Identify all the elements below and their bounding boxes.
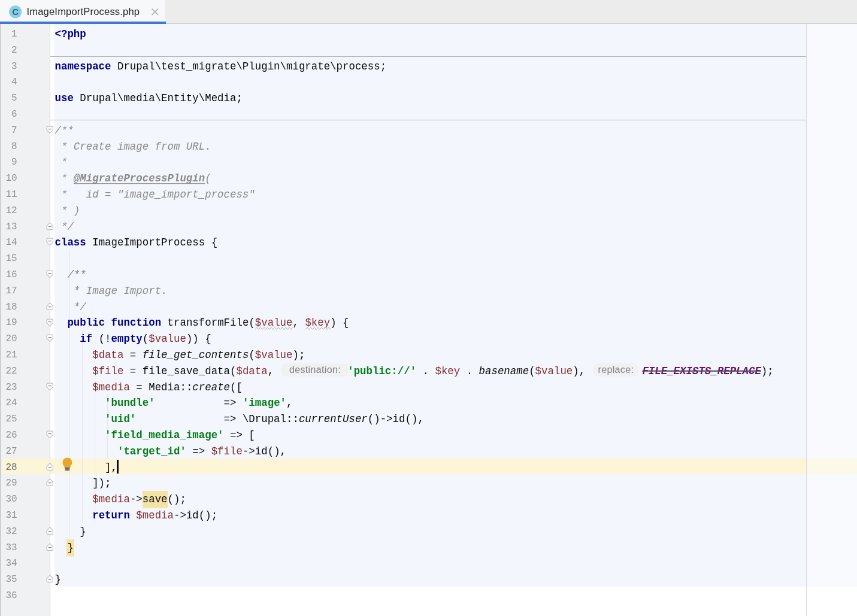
svg-text:C: C: [13, 7, 19, 17]
